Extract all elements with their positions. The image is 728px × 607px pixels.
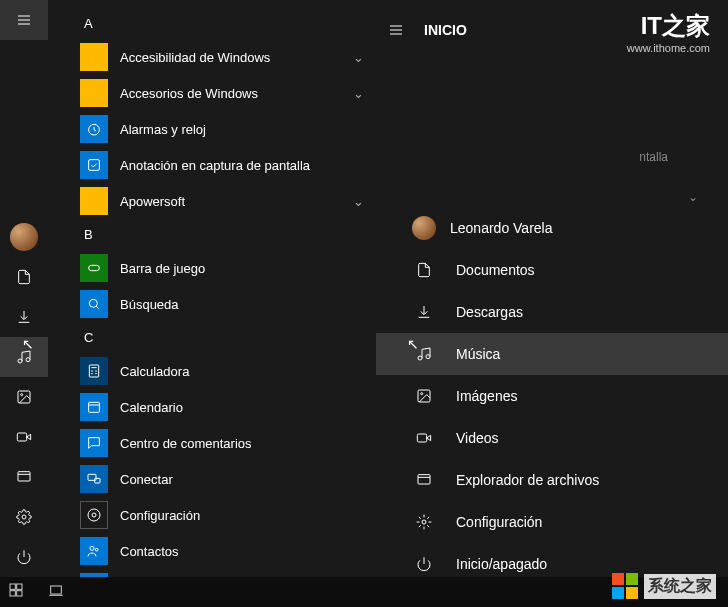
watermark-ithome: IT之家 www.ithome.com bbox=[627, 10, 710, 54]
svg-rect-56 bbox=[51, 586, 62, 594]
app-accesibilidad[interactable]: Accesibilidad de Windows⌄ bbox=[48, 39, 376, 75]
start-menu-expanded: INICIO ntalla ⌄ Leonardo Varela Document… bbox=[376, 0, 728, 607]
svg-rect-46 bbox=[417, 434, 426, 442]
music-icon[interactable] bbox=[0, 337, 48, 377]
svg-point-32 bbox=[92, 513, 96, 517]
start-button[interactable] bbox=[8, 582, 24, 602]
svg-point-13 bbox=[22, 515, 26, 519]
svg-rect-54 bbox=[10, 591, 15, 596]
nav-imagenes[interactable]: Imágenes bbox=[376, 375, 728, 417]
svg-rect-48 bbox=[418, 475, 430, 484]
hamburger-icon[interactable] bbox=[0, 0, 48, 40]
svg-line-17 bbox=[94, 130, 96, 131]
hamburger-icon[interactable] bbox=[388, 10, 404, 50]
chevron-down-icon: ⌄ bbox=[353, 194, 364, 209]
pictures-icon[interactable] bbox=[0, 377, 48, 417]
user-name-label: Leonardo Varela bbox=[450, 220, 552, 236]
start-menu-collapsed: A Accesibilidad de Windows⌄ Accesorios d… bbox=[0, 0, 376, 607]
svg-rect-9 bbox=[17, 433, 26, 441]
svg-point-43 bbox=[426, 355, 430, 359]
app-apowersoft[interactable]: Apowersoft⌄ bbox=[48, 183, 376, 219]
nav-musica[interactable]: Música bbox=[376, 333, 728, 375]
app-calculadora[interactable]: Calculadora bbox=[48, 353, 376, 389]
video-icon bbox=[412, 430, 436, 446]
svg-point-25 bbox=[96, 371, 97, 372]
background-text: ntalla bbox=[639, 150, 668, 164]
svg-rect-19 bbox=[89, 265, 100, 270]
nav-videos[interactable]: Videos bbox=[376, 417, 728, 459]
app-accesorios[interactable]: Accesorios de Windows⌄ bbox=[48, 75, 376, 111]
svg-point-5 bbox=[18, 359, 22, 363]
svg-point-34 bbox=[90, 546, 94, 550]
microsoft-logo-icon bbox=[612, 573, 638, 599]
sidebar-rail bbox=[0, 0, 48, 607]
music-icon bbox=[412, 346, 436, 362]
svg-line-21 bbox=[96, 306, 99, 309]
app-anotacion[interactable]: Anotación en captura de pantalla bbox=[48, 147, 376, 183]
svg-point-50 bbox=[422, 520, 426, 524]
app-conectar[interactable]: Conectar bbox=[48, 461, 376, 497]
nav-documentos[interactable]: Documentos bbox=[376, 249, 728, 291]
app-calendario[interactable]: Calendario bbox=[48, 389, 376, 425]
explorer-icon[interactable] bbox=[0, 457, 48, 497]
svg-rect-53 bbox=[17, 584, 22, 589]
app-busqueda[interactable]: Búsqueda bbox=[48, 286, 376, 322]
documents-icon[interactable] bbox=[0, 257, 48, 297]
letter-header-a[interactable]: A bbox=[48, 8, 376, 39]
svg-point-33 bbox=[88, 509, 100, 521]
svg-rect-22 bbox=[89, 365, 98, 377]
svg-point-26 bbox=[92, 373, 93, 374]
svg-point-27 bbox=[96, 373, 97, 374]
svg-point-45 bbox=[421, 393, 423, 395]
app-barra-juego[interactable]: Barra de juego bbox=[48, 250, 376, 286]
svg-rect-52 bbox=[10, 584, 15, 589]
svg-rect-18 bbox=[89, 160, 100, 171]
svg-marker-47 bbox=[427, 435, 431, 440]
images-icon bbox=[412, 388, 436, 404]
svg-rect-55 bbox=[17, 591, 22, 596]
letter-header-b[interactable]: B bbox=[48, 219, 376, 250]
svg-point-6 bbox=[26, 358, 30, 362]
task-view-icon[interactable] bbox=[48, 582, 64, 602]
videos-icon[interactable] bbox=[0, 417, 48, 457]
download-icon bbox=[412, 304, 436, 320]
svg-rect-11 bbox=[18, 472, 30, 481]
user-account[interactable]: Leonardo Varela bbox=[376, 207, 728, 249]
nav-configuracion[interactable]: Configuración bbox=[376, 501, 728, 543]
svg-point-42 bbox=[418, 356, 422, 360]
all-apps-list: A Accesibilidad de Windows⌄ Accesorios d… bbox=[48, 0, 376, 607]
user-avatar[interactable] bbox=[0, 217, 48, 257]
app-contactos[interactable]: Contactos bbox=[48, 533, 376, 569]
svg-rect-28 bbox=[89, 402, 100, 412]
power-icon bbox=[412, 556, 436, 572]
document-icon bbox=[412, 262, 436, 278]
start-header: INICIO bbox=[424, 22, 467, 38]
chevron-down-icon: ⌄ bbox=[688, 190, 698, 204]
svg-marker-10 bbox=[27, 434, 31, 439]
settings-icon[interactable] bbox=[0, 497, 48, 537]
chevron-down-icon: ⌄ bbox=[353, 50, 364, 65]
chevron-down-icon: ⌄ bbox=[353, 86, 364, 101]
nav-explorador[interactable]: Explorador de archivos bbox=[376, 459, 728, 501]
power-icon[interactable] bbox=[0, 537, 48, 577]
app-configuracion[interactable]: Configuración bbox=[48, 497, 376, 533]
svg-point-24 bbox=[92, 371, 93, 372]
app-centro-comentarios[interactable]: Centro de comentarios bbox=[48, 425, 376, 461]
nav-descargas[interactable]: Descargas bbox=[376, 291, 728, 333]
letter-header-c[interactable]: C bbox=[48, 322, 376, 353]
explorer-icon bbox=[412, 472, 436, 488]
svg-point-8 bbox=[21, 394, 23, 396]
user-avatar-icon bbox=[412, 216, 436, 240]
gear-icon bbox=[412, 514, 436, 530]
watermark-bottom: 系统之家 bbox=[612, 573, 716, 599]
app-alarmas[interactable]: Alarmas y reloj bbox=[48, 111, 376, 147]
svg-point-35 bbox=[95, 548, 98, 551]
downloads-icon[interactable] bbox=[0, 297, 48, 337]
